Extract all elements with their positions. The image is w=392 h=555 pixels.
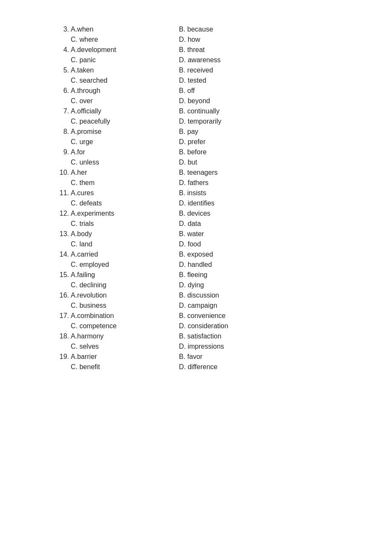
option-b-text: B. devices (179, 210, 210, 217)
option-a-col: 12.A.experiments (55, 210, 179, 217)
option-b-col: B. favor (179, 353, 303, 361)
question-number: 13. (55, 230, 69, 238)
question-number: 15. (55, 271, 69, 279)
option-d-col: D. how (179, 36, 303, 43)
option-d-text: D. beyond (179, 97, 210, 105)
option-d-col: D. beyond (179, 97, 303, 105)
option-b-col: B. satisfaction (179, 332, 303, 340)
option-d-text: D. but (179, 159, 197, 166)
main-content: 3.A.whenB. becauseC. whereD. how4.A.deve… (0, 0, 392, 399)
option-d-text: D. prefer (179, 138, 205, 146)
option-b-text: B. continually (179, 107, 219, 115)
question-number: 11. (55, 189, 69, 197)
option-a-col: 14.A.carried (55, 251, 179, 258)
option-c-col: C. benefit (55, 363, 179, 371)
question-group: 18.A.harmonyB. satisfactionC. selvesD. i… (55, 332, 349, 350)
option-a-col: 9.A.for (55, 148, 179, 156)
option-c-text: C. them (71, 179, 95, 187)
question-number: 8. (55, 128, 69, 136)
option-c-col: C. unless (55, 159, 179, 166)
option-b-text: B. threat (179, 46, 205, 54)
option-c-text: C. employed (71, 261, 109, 269)
question-row-cd: C. themD. fathers (55, 179, 349, 187)
option-c-col: C. them (55, 179, 179, 187)
question-row-cd: C. benefitD. difference (55, 363, 349, 371)
option-d-text: D. campaign (179, 302, 217, 309)
option-d-col: D. tested (179, 77, 303, 84)
option-a-col: 19.A.barrier (55, 353, 179, 361)
option-d-text: D. difference (179, 363, 217, 371)
option-d-text: D. data (179, 220, 201, 228)
question-row-cd: C. defeatsD. identifies (55, 199, 349, 207)
option-d-col: D. fathers (179, 179, 303, 187)
question-row-ab: 9.A.forB. before (55, 148, 349, 156)
option-d-col: D. handled (179, 261, 303, 269)
option-c-text: C. defeats (71, 199, 102, 207)
question-row-cd: C. competenceD. consideration (55, 322, 349, 330)
option-c-text: C. trials (71, 220, 94, 228)
option-c-text: C. unless (71, 159, 99, 166)
option-d-text: D. impressions (179, 343, 224, 350)
option-c-text: C. panic (71, 56, 96, 64)
option-d-text: D. dying (179, 281, 204, 289)
question-row-ab: 14.A.carriedB. exposed (55, 251, 349, 258)
option-b-text: B. teenagers (179, 169, 218, 176)
option-c-col: C. panic (55, 56, 179, 64)
option-a-text: A.cures (71, 189, 94, 197)
option-c-col: C. land (55, 240, 179, 248)
option-d-text: D. fathers (179, 179, 208, 187)
option-b-col: B. devices (179, 210, 303, 217)
option-d-col: D. dying (179, 281, 303, 289)
question-row-cd: C. unlessD. but (55, 159, 349, 166)
option-d-col: D. awareness (179, 56, 303, 64)
question-row-ab: 17.A.combinationB. convenience (55, 312, 349, 320)
question-number: 10. (55, 169, 69, 176)
option-c-col: C. trials (55, 220, 179, 228)
option-c-text: C. over (71, 97, 93, 105)
question-number: 3. (55, 26, 69, 33)
option-c-text: C. selves (71, 343, 99, 350)
question-row-cd: C. panicD. awareness (55, 56, 349, 64)
option-d-col: D. impressions (179, 343, 303, 350)
question-row-ab: 8.A.promiseB. pay (55, 128, 349, 136)
question-row-ab: 6.A.throughB. off (55, 87, 349, 95)
option-b-text: B. water (179, 230, 204, 238)
question-row-cd: C. urgeD. prefer (55, 138, 349, 146)
question-row-ab: 16.A.revolutionB. discussion (55, 292, 349, 299)
question-group: 13.A.bodyB. waterC. landD. food (55, 230, 349, 248)
option-b-col: B. pay (179, 128, 303, 136)
option-c-text: C. competence (71, 322, 117, 330)
option-d-text: D. identifies (179, 199, 215, 207)
option-b-text: B. before (179, 148, 207, 156)
option-c-col: C. searched (55, 77, 179, 84)
option-b-text: B. insists (179, 189, 206, 197)
question-group: 9.A.forB. beforeC. unlessD. but (55, 148, 349, 166)
option-d-col: D. consideration (179, 322, 303, 330)
option-c-text: C. declining (71, 281, 107, 289)
option-a-col: 8.A.promise (55, 128, 179, 136)
option-d-text: D. how (179, 36, 200, 43)
option-d-text: D. awareness (179, 56, 221, 64)
question-group: 8.A.promiseB. payC. urgeD. prefer (55, 128, 349, 146)
option-d-col: D. difference (179, 363, 303, 371)
option-c-text: C. peacefully (71, 118, 110, 125)
option-b-col: B. received (179, 66, 303, 74)
option-c-col: C. declining (55, 281, 179, 289)
option-d-text: D. food (179, 240, 201, 248)
question-row-ab: 13.A.bodyB. water (55, 230, 349, 238)
question-group: 4.A.developmentB. threatC. panicD. aware… (55, 46, 349, 64)
question-group: 14.A.carriedB. exposedC. employedD. hand… (55, 251, 349, 269)
option-c-col: C. business (55, 302, 179, 309)
option-c-col: C. selves (55, 343, 179, 350)
question-row-cd: C. searchedD. tested (55, 77, 349, 84)
option-b-col: B. continually (179, 107, 303, 115)
option-d-col: D. data (179, 220, 303, 228)
option-b-col: B. water (179, 230, 303, 238)
option-a-col: 13.A.body (55, 230, 179, 238)
option-a-text: A.through (71, 87, 100, 95)
option-b-text: B. pay (179, 128, 198, 136)
option-c-col: C. over (55, 97, 179, 105)
question-row-ab: 19.A.barrierB. favor (55, 353, 349, 361)
option-b-text: B. received (179, 66, 213, 74)
question-row-ab: 18.A.harmonyB. satisfaction (55, 332, 349, 340)
